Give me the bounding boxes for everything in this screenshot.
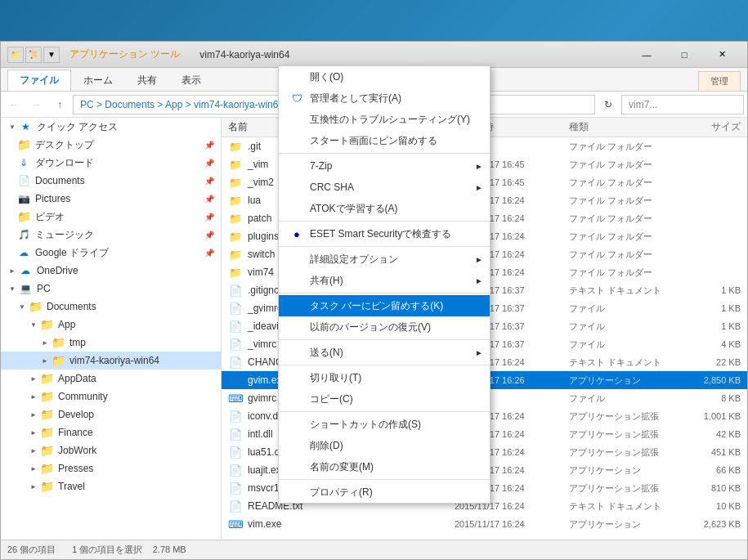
context-menu-item[interactable]: 7-Zip►	[279, 155, 490, 177]
sidebar-item-download[interactable]: ⇓ ダウンロード 📌	[1, 154, 221, 172]
context-menu-item[interactable]: 以前のバージョンの復元(V)	[279, 316, 490, 338]
sidebar-item-app[interactable]: ▼ 📁 App	[1, 316, 221, 334]
menu-separator	[279, 246, 490, 247]
sidebar-item-travel[interactable]: ► 📁 Travel	[1, 477, 221, 495]
back-button[interactable]: ←	[4, 95, 24, 114]
cm-item-label: 削除(D)	[310, 439, 343, 453]
minimize-button[interactable]: —	[628, 44, 665, 65]
context-menu-item[interactable]: 送る(N)►	[279, 342, 490, 363]
cm-item-label: 送る(N)	[310, 346, 343, 360]
sidebar-item-jobwork[interactable]: ► 📁 JobWork	[1, 441, 221, 459]
cm-item-label: 開く(O)	[310, 70, 343, 84]
context-menu-item[interactable]: 詳細設定オプション►	[279, 249, 490, 270]
cm-item-label: 切り取り(T)	[310, 371, 361, 385]
context-menu-item[interactable]: スタート画面にピン留めする	[279, 130, 490, 151]
file-type: アプリケーション	[569, 518, 675, 531]
expand-arrow-travel: ►	[29, 482, 38, 491]
expand-arrow-tmp: ►	[40, 338, 50, 347]
file-icon: 📄	[228, 283, 243, 298]
sidebar-item-vim[interactable]: ► 📁 vim74-kaoriya-win64	[1, 352, 221, 370]
address-text: PC > Documents > App > vim74-kaoriya-win…	[80, 99, 284, 110]
sidebar-item-music[interactable]: 🎵 ミュージック 📌	[1, 226, 221, 244]
col-header-type[interactable]: 種類	[569, 120, 675, 134]
cm-item-label: ショートカットの作成(S)	[310, 418, 421, 432]
sidebar-item-documents[interactable]: 📄 Documents 📌	[1, 172, 221, 190]
tab-manage[interactable]: 管理	[698, 71, 741, 91]
cm-icon-empty	[289, 132, 305, 149]
file-icon: 📁	[228, 229, 243, 244]
cm-icon-empty	[289, 344, 305, 361]
sidebar-item-community[interactable]: ► 📁 Community	[1, 388, 221, 405]
sidebar-item-video[interactable]: 📁 ビデオ 📌	[1, 208, 221, 226]
context-menu-item[interactable]: プロパティ(R)	[279, 482, 490, 503]
tab-share[interactable]: 共有	[125, 69, 169, 91]
sidebar-item-documents2[interactable]: ▼ 📁 Documents	[1, 298, 221, 316]
folder-icon: 📁	[29, 300, 42, 313]
file-type: テキスト ドキュメント	[569, 284, 675, 297]
up-button[interactable]: ↑	[50, 95, 69, 114]
expand-arrow-pc: ▼	[7, 284, 17, 293]
sidebar-item-finance[interactable]: ► 📁 Finance	[1, 423, 221, 441]
sidebar-item-tmp[interactable]: ► 📁 tmp	[1, 334, 221, 352]
context-menu-item[interactable]: 削除(D)	[279, 435, 490, 456]
context-menu-item[interactable]: コピー(C)	[279, 388, 490, 410]
menu-separator	[279, 293, 490, 293]
file-icon: 📄	[228, 355, 243, 370]
tab-file[interactable]: ファイル	[7, 69, 71, 91]
sidebar-item-gdrive[interactable]: ☁ Google ドライブ 📌	[1, 244, 221, 262]
cm-icon-empty	[289, 437, 305, 454]
table-row[interactable]: ⌨ vim.exe 2015/11/17 16:24 アプリケーション 2,62…	[222, 515, 747, 533]
sidebar-item-onedrive[interactable]: ► ☁ OneDrive	[1, 262, 221, 280]
folder-icon: 📁	[52, 354, 65, 367]
status-selected: 1 個の項目を選択 2.78 MB	[72, 544, 186, 556]
expand-arrow-community: ►	[29, 392, 38, 401]
file-icon: 📁	[228, 247, 243, 262]
sidebar-quick-access-label: クイック アクセス	[37, 120, 118, 134]
expand-arrow-jobwork: ►	[29, 446, 38, 455]
sidebar-label: ミュージック	[35, 228, 94, 242]
pin-icon: 📌	[204, 249, 214, 258]
folder-icon: 📁	[17, 138, 30, 151]
cm-item-label: ATOKで学習する(A)	[310, 202, 398, 216]
file-size: 451 KB	[675, 447, 741, 457]
file-icon: 📄	[228, 463, 243, 477]
context-menu-item[interactable]: CRC SHA►	[279, 177, 490, 198]
file-size: 810 KB	[675, 483, 741, 493]
context-menu-item[interactable]: 名前の変更(M)	[279, 456, 490, 477]
sidebar-item-develop[interactable]: ► 📁 Develop	[1, 405, 221, 423]
col-header-size[interactable]: サイズ	[675, 120, 741, 134]
tab-home[interactable]: ホーム	[71, 69, 125, 91]
maximize-button[interactable]: □	[665, 44, 703, 65]
sidebar-quick-access[interactable]: ▼ ★ クイック アクセス	[1, 118, 221, 136]
context-menu-item[interactable]: 互換性のトラブルシューティング(Y)	[279, 109, 490, 130]
context-menu-item[interactable]: ショートカットの作成(S)	[279, 414, 490, 435]
sidebar-item-desktop[interactable]: 📁 デスクトップ 📌	[1, 136, 221, 154]
file-type: アプリケーション拡張	[569, 446, 675, 459]
context-menu-item[interactable]: 🛡管理者として実行(A)	[279, 87, 490, 109]
sidebar-label: AppData	[58, 373, 96, 384]
file-icon: 📄	[228, 337, 243, 352]
forward-button[interactable]: →	[27, 95, 47, 114]
context-menu-item[interactable]: ATOKで学習する(A)	[279, 198, 490, 219]
search-box[interactable]: vim7...	[621, 95, 744, 114]
gdrive-icon: ☁	[17, 246, 30, 259]
file-size: 1 KB	[675, 321, 741, 331]
sidebar-item-pc[interactable]: ▼ 💻 PC	[1, 280, 221, 298]
sidebar-item-presses[interactable]: ► 📁 Presses	[1, 459, 221, 477]
sidebar-item-appdata[interactable]: ► 📁 AppData	[1, 370, 221, 388]
tab-view[interactable]: 表示	[169, 69, 213, 91]
folder-icon: 📁	[40, 318, 53, 331]
context-menu-item[interactable]: ●ESET Smart Securityで検査する	[279, 223, 490, 244]
file-type: ファイル	[569, 392, 675, 405]
close-button[interactable]: ✕	[703, 44, 741, 65]
sidebar-label: Documents	[35, 175, 85, 186]
sidebar-item-pictures[interactable]: 📷 Pictures 📌	[1, 190, 221, 208]
pictures-icon: 📷	[17, 192, 30, 205]
refresh-button[interactable]: ↻	[598, 95, 618, 114]
title-icon-arrow: ▼	[43, 47, 60, 63]
cm-icon-empty	[289, 251, 305, 267]
context-menu-item[interactable]: タスク バーにピン留めする(K)	[279, 295, 490, 316]
context-menu-item[interactable]: 切り取り(T)	[279, 367, 490, 388]
context-menu-item[interactable]: 開く(O)	[279, 66, 490, 87]
context-menu-item[interactable]: 共有(H)►	[279, 270, 490, 291]
